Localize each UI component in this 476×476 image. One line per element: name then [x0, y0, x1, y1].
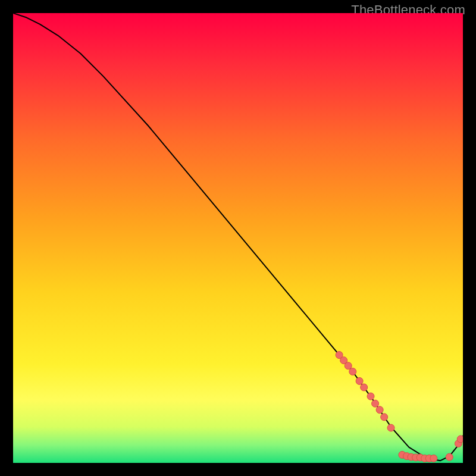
- data-point: [446, 453, 453, 461]
- data-point: [457, 436, 463, 443]
- data-point: [356, 377, 363, 384]
- data-point: [376, 406, 383, 414]
- data-point: [367, 393, 374, 400]
- data-point: [349, 368, 356, 375]
- gradient-background: [13, 13, 463, 463]
- data-point: [345, 362, 352, 369]
- data-point: [372, 400, 379, 407]
- chart-frame: TheBottleneck.com: [0, 0, 476, 476]
- data-point: [361, 384, 368, 391]
- data-point: [381, 414, 388, 421]
- data-point: [430, 455, 437, 462]
- data-point: [387, 424, 394, 431]
- chart-svg: [13, 13, 463, 463]
